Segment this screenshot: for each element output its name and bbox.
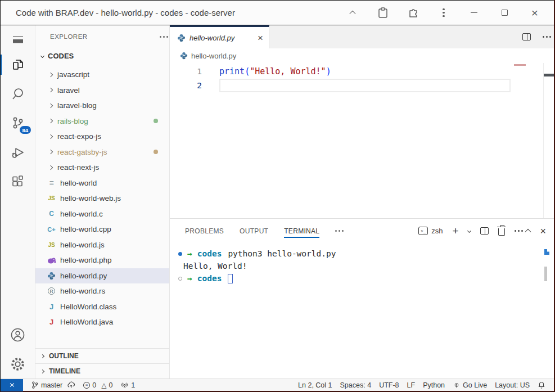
git-added-dot: [154, 119, 158, 123]
errors-icon: ×: [83, 382, 90, 389]
prompt-decoration[interactable]: [178, 277, 187, 281]
tree-item-hello-world-py[interactable]: hello-world.py: [35, 268, 169, 284]
editor-more-actions-icon[interactable]: [543, 36, 544, 38]
section-outline[interactable]: OUTLINE: [35, 348, 169, 363]
chevron-right-icon: [48, 165, 53, 170]
go-live-status[interactable]: Go Live: [449, 381, 491, 389]
indentation-status[interactable]: Spaces: 4: [336, 381, 376, 389]
close-tab-icon[interactable]: ×: [258, 33, 263, 43]
radio-tower-icon: [120, 381, 129, 389]
file-tree: javascript laravel laravel-blog rails-bl…: [35, 64, 169, 348]
bottom-panel: PROBLEMS OUTPUT TERMINAL >_ zsh +: [170, 218, 554, 379]
puzzle-extension-icon[interactable]: [402, 3, 425, 22]
tree-item-rails-blog[interactable]: rails-blog: [35, 114, 169, 129]
split-terminal-icon[interactable]: [480, 227, 489, 235]
python-icon: [177, 34, 186, 42]
code-line-1: 1 print("Hello, World!"): [170, 64, 554, 78]
new-terminal-icon[interactable]: +: [452, 226, 458, 236]
tree-item-hello-world-web-js[interactable]: JShello-world-web.js: [35, 191, 169, 206]
section-codes[interactable]: CODES: [35, 48, 169, 64]
tab-terminal[interactable]: TERMINAL: [284, 219, 319, 243]
tree-item-react-next-js[interactable]: react-next-js: [35, 160, 169, 175]
close-panel-icon[interactable]: ×: [540, 226, 546, 236]
language-mode-status[interactable]: Python: [419, 381, 449, 389]
panel-more-actions-icon[interactable]: [515, 230, 516, 232]
git-branch-status[interactable]: master: [27, 381, 79, 389]
chevron-right-icon: [48, 134, 53, 139]
cursor-position-status[interactable]: Ln 2, Col 1: [294, 381, 336, 389]
browser-menu-icon[interactable]: [432, 3, 455, 22]
tree-item-hello-world-c[interactable]: Chello-world.c: [35, 206, 169, 222]
eol-status[interactable]: LF: [403, 381, 419, 389]
breadcrumb[interactable]: hello-world.py: [170, 48, 554, 63]
title-bar: Code with BRAP.dev - hello-world.py - co…: [1, 1, 554, 25]
chevron-right-icon: [48, 150, 53, 154]
minimap[interactable]: [514, 64, 526, 66]
tree-item-react-gatsby-js[interactable]: react-gatsby-js: [35, 145, 169, 160]
php-elephant-icon: [47, 257, 56, 264]
tab-problems[interactable]: PROBLEMS: [185, 219, 224, 243]
tree-item-hello-world-js[interactable]: JShello-world.js: [35, 237, 169, 253]
ports-status[interactable]: 1: [116, 381, 139, 389]
tab-hello-world-py[interactable]: hello-world.py ×: [170, 25, 269, 48]
problems-status[interactable]: × 0 △ 0: [79, 381, 116, 389]
tree-item-laravel[interactable]: laravel: [35, 83, 169, 98]
kill-terminal-icon[interactable]: [498, 228, 505, 236]
window-title: Code with BRAP.dev - hello-world.py - co…: [16, 8, 341, 17]
terminal-scrollbar[interactable]: [544, 267, 547, 281]
tree-item-react-expo-js[interactable]: react-expo-js: [35, 129, 169, 145]
settings-gear-icon[interactable]: [1, 349, 35, 379]
close-window-button[interactable]: ×: [524, 3, 546, 22]
section-timeline[interactable]: TIMELINE: [35, 363, 169, 379]
split-editor-icon[interactable]: [522, 33, 531, 40]
maximize-panel-icon[interactable]: [525, 228, 531, 235]
menu-hamburger-icon[interactable]: [1, 25, 35, 50]
rust-icon: R: [47, 287, 56, 295]
clipboard-icon[interactable]: [372, 3, 394, 22]
javascript-icon: JS: [47, 242, 56, 248]
command-success-decoration[interactable]: [178, 252, 187, 256]
sync-changes-icon: [67, 381, 75, 389]
terminal-dropdown-icon[interactable]: [467, 229, 471, 233]
overview-ruler-cursor-mark[interactable]: [544, 74, 554, 76]
git-branch-icon: [31, 381, 39, 389]
keyboard-layout-status[interactable]: Layout: US: [491, 381, 534, 389]
line-number-active: 2: [170, 81, 202, 90]
c-icon: C: [47, 210, 56, 218]
code-editor[interactable]: 1 print("Hello, World!") 2: [170, 63, 554, 218]
git-modified-dot: [154, 150, 158, 154]
terminal-output-line: Hello, World!: [178, 260, 554, 272]
source-control-icon[interactable]: 84: [1, 109, 35, 138]
tree-item-hello-world-rs[interactable]: Rhello-world.rs: [35, 283, 169, 299]
tree-item-hello-world-php[interactable]: hello-world.php: [35, 253, 169, 268]
tab-label: hello-world.py: [189, 34, 254, 42]
tab-output[interactable]: OUTPUT: [240, 219, 268, 243]
tree-item-javascript[interactable]: javascript: [35, 67, 169, 83]
scm-badge: 84: [20, 126, 31, 134]
tree-item-helloworld-java[interactable]: JHelloWorld.java: [35, 314, 169, 330]
tree-item-helloworld-class[interactable]: JHelloWorld.class: [35, 299, 169, 315]
terminal[interactable]: → codes python3 hello-world.py Hello, Wo…: [170, 243, 554, 379]
javascript-icon: JS: [47, 195, 56, 201]
explorer-more-actions-icon[interactable]: [160, 36, 161, 38]
remote-indicator[interactable]: [1, 379, 23, 391]
account-icon[interactable]: [1, 320, 35, 349]
sidebar-title: EXPLORER: [50, 33, 160, 40]
bell-icon: [538, 381, 545, 389]
tree-item-laravel-blog[interactable]: laravel-blog: [35, 98, 169, 114]
terminal-command-line: → codes python3 hello-world.py: [178, 247, 554, 260]
search-icon[interactable]: [1, 79, 35, 109]
run-debug-icon[interactable]: [1, 138, 35, 167]
explorer-icon[interactable]: [1, 50, 35, 79]
shell-selector[interactable]: >_ zsh: [418, 227, 443, 235]
tree-item-hello-world[interactable]: ≡hello-world: [35, 175, 169, 191]
cpp-icon: C+: [47, 226, 56, 233]
tree-item-hello-world-cpp[interactable]: C+hello-world.cpp: [35, 222, 169, 237]
minimize-button[interactable]: [463, 3, 485, 22]
maximize-button[interactable]: [493, 3, 516, 22]
encoding-status[interactable]: UTF-8: [375, 381, 403, 389]
notifications-bell[interactable]: [534, 381, 549, 389]
extensions-icon[interactable]: [1, 167, 35, 196]
collapse-toolbar-button[interactable]: [341, 3, 364, 22]
panel-more-tabs-icon[interactable]: [335, 230, 337, 232]
